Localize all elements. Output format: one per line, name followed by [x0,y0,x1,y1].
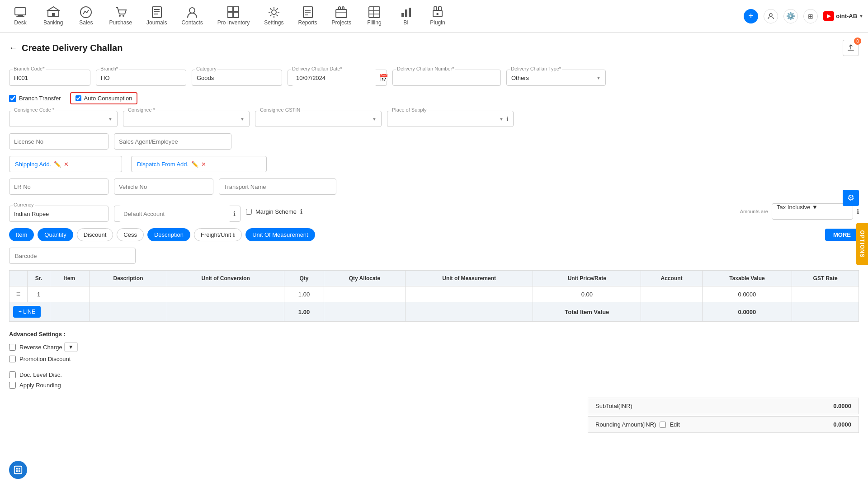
help-button[interactable] [9,461,27,479]
amounts-are-select[interactable]: Tax Inclusive ▼ [772,203,853,220]
sales-agent-input[interactable] [114,133,231,150]
main-content: ← Create Delivery Challan 0 Branch Code*… [0,33,868,488]
svg-rect-5 [52,13,55,17]
nav-plugin-label: Plugin [430,19,445,26]
branch-label: Branch* [99,66,119,71]
nav-bi[interactable]: BI [390,0,422,33]
currency-input[interactable] [9,206,108,222]
tag-quantity-button[interactable]: Quantity [38,228,73,241]
reverse-charge-dropdown[interactable]: ▼ [64,342,78,352]
shipping-edit-icon[interactable]: ✏️ [54,161,61,168]
nav-filling[interactable]: Filling [359,0,390,33]
rounding-row: Rounding Amount(INR) Edit 0.0000 [588,416,859,433]
nav-journals[interactable]: Journals [139,0,174,33]
license-no-input[interactable] [9,133,108,150]
row-account[interactable] [641,286,702,302]
nav-plugin[interactable]: Plugin [422,0,453,33]
tag-uom-button[interactable]: Unit Of Measurement [245,228,315,241]
barcode-input[interactable] [9,248,136,264]
doc-level-disc-checkbox[interactable] [9,371,16,378]
challan-number-input[interactable] [392,70,501,86]
svg-point-13 [189,8,195,13]
reverse-charge-checkbox[interactable] [9,344,16,351]
user-settings-button[interactable] [764,9,778,23]
nav-reports[interactable]: Reports [291,0,325,33]
add-new-button[interactable]: + [744,9,758,23]
consignee-field[interactable]: Consignee * ▼ [123,111,250,127]
add-line-button[interactable]: + LINE [13,306,41,318]
branch-code-input[interactable]: H001 [9,70,90,86]
col-sr: Sr. [28,271,50,286]
nav-purchase[interactable]: Purchase [102,0,139,33]
svg-rect-14 [228,12,233,18]
default-account-input[interactable] [119,206,231,222]
calendar-icon[interactable]: 📅 [379,74,388,82]
consignee-code-field[interactable]: Consignee Code * ▼ [9,111,118,127]
branch-input[interactable]: HO [96,70,186,86]
auto-consumption-checkbox[interactable] [75,95,81,101]
nav-projects[interactable]: Projects [325,0,359,33]
table-settings-cog[interactable]: ⚙ [843,190,859,206]
tag-description-button[interactable]: Description [147,228,190,241]
more-button[interactable]: MORE [825,229,859,241]
tag-item-button[interactable]: Item [9,228,34,241]
branch-transfer-item[interactable]: Branch Transfer [9,95,61,102]
dispatch-add-button[interactable]: Dispatch From Add. ✏️ ✕ [137,161,206,168]
row-qty-allocate[interactable] [324,286,405,302]
nav-settings[interactable]: Settings [257,0,291,33]
branch-transfer-checkbox[interactable] [9,95,16,102]
options-sidebar[interactable]: OPTIONS [856,223,868,265]
row-description[interactable] [89,286,167,302]
rounding-edit-checkbox[interactable] [660,422,666,428]
nav-bi-label: BI [403,19,408,26]
consignee-gstin-field[interactable]: Consignee GSTIN ▼ [255,111,382,127]
row-item[interactable] [50,286,90,302]
total-empty-4 [324,302,405,322]
row-drag-handle[interactable]: ≡ [9,286,28,302]
row-uom[interactable] [406,286,533,302]
tag-cess-button[interactable]: Cess [117,228,144,241]
dispatch-delete-icon[interactable]: ✕ [201,161,206,168]
row-gst-rate[interactable] [792,286,859,302]
grid-view-button[interactable]: ⊞ [803,9,818,23]
brand-dropdown-arrow[interactable]: ▼ [859,14,863,19]
svg-rect-37 [19,468,20,469]
svg-rect-28 [434,7,437,10]
upload-button[interactable]: 0 [843,40,859,56]
promotion-discount-checkbox[interactable] [9,356,16,362]
vehicle-no-input[interactable] [114,178,213,195]
row-unit-conv[interactable] [167,286,284,302]
row-qty[interactable]: 1.00 [284,286,324,302]
default-account-info-icon[interactable]: ℹ [233,210,236,217]
tag-freight-button[interactable]: Freight/Unit ℹ [194,228,242,241]
settings-gear-button[interactable]: ⚙️ [783,9,798,23]
amounts-are-info-icon[interactable]: ℹ [857,208,859,215]
place-of-supply-info-icon[interactable]: ℹ [506,116,509,122]
challan-type-select[interactable]: Others ▼ [506,70,606,86]
margin-scheme-checkbox[interactable] [246,209,252,215]
freight-info-icon[interactable]: ℹ [233,232,235,238]
svg-rect-23 [336,9,347,18]
back-button[interactable]: ← [9,43,17,53]
row-unit-price[interactable]: 0.00 [533,286,641,302]
lr-no-input[interactable] [9,178,108,195]
category-input[interactable]: Goods [192,70,282,86]
amounts-are-arrow: ▼ [812,204,818,211]
challan-type-label: Delivery Challan Type* [510,66,562,71]
nav-banking[interactable]: Banking [36,0,70,33]
margin-scheme-info-icon[interactable]: ℹ [300,208,302,215]
nav-contacts[interactable]: Contacts [174,0,210,33]
shipping-add-button[interactable]: Shipping Add. ✏️ ✕ [15,161,69,168]
delivery-date-input[interactable] [292,70,377,86]
shipping-delete-icon[interactable]: ✕ [64,161,69,168]
tag-discount-button[interactable]: Discount [77,228,113,241]
row-taxable-value[interactable]: 0.0000 [702,286,792,302]
transport-name-input[interactable] [219,178,336,195]
nav-desk[interactable]: Desk [5,0,36,33]
dispatch-edit-icon[interactable]: ✏️ [191,161,198,168]
header-actions: 0 [843,40,859,56]
place-of-supply-field[interactable]: Place of Supply ▼ ℹ [387,111,514,127]
nav-sales[interactable]: Sales [70,0,102,33]
nav-pro-inventory[interactable]: Pro Inventory [210,0,257,33]
apply-rounding-checkbox[interactable] [9,382,16,389]
